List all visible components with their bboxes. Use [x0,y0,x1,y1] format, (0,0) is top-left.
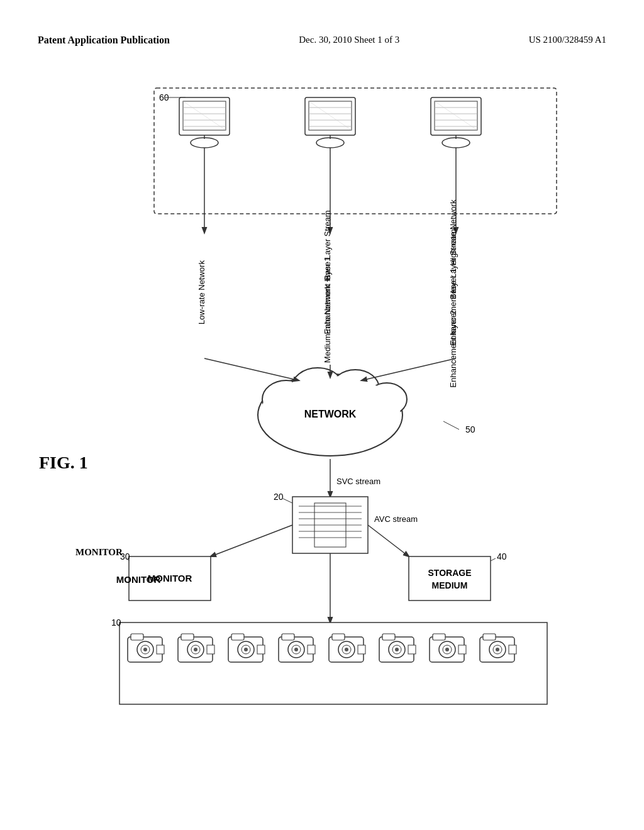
svg-point-66 [143,648,147,651]
camera-7 [430,634,466,662]
svg-rect-103 [458,645,466,654]
svg-line-51 [283,499,292,503]
svg-point-96 [395,648,399,651]
svg-rect-79 [257,645,265,654]
receiver-2 [305,97,355,148]
svg-rect-105 [483,634,496,640]
svg-rect-67 [157,645,164,654]
network-cloud: NETWORK [258,368,407,456]
date-sheet-label: Dec. 30, 2010 Sheet 1 of 3 [299,35,399,46]
svg-point-9 [191,138,218,148]
camera-4 [279,634,315,662]
svg-rect-73 [207,645,214,654]
svg-point-90 [345,648,348,651]
svg-point-84 [294,648,298,651]
svg-rect-109 [509,645,516,654]
svg-line-57 [491,558,496,561]
patent-diagram: 60 [60,82,601,799]
svg-rect-97 [408,645,416,654]
svg-point-78 [244,648,248,651]
camera-1 [128,634,164,662]
svg-rect-99 [433,634,445,640]
avc-stream-label: AVC stream [374,514,418,524]
monitor-box-label: MONITOR [75,547,123,558]
col1-label2: Low-rate Network [197,260,206,324]
svg-line-53 [368,525,409,556]
camera-8 [480,634,516,662]
page-header: Patent Application Publication Dec. 30, … [0,35,644,46]
svg-rect-11 [305,97,355,135]
camera-2 [178,634,214,662]
svg-text:MONITOR: MONITOR [148,573,192,584]
svg-rect-81 [282,634,294,640]
svg-line-39 [204,358,299,380]
receiver-1 [179,97,230,148]
patent-number-label: US 2100/328459 A1 [529,35,606,46]
svg-rect-91 [358,645,365,654]
svg-point-27 [442,138,470,148]
svg-point-72 [194,648,197,651]
receiver-3 [431,97,481,148]
ref-20: 20 [274,492,284,502]
ref-50: 50 [465,424,475,434]
svg-rect-63 [131,634,143,640]
col2-label3: Medium-rate Network [323,284,332,363]
svg-point-18 [316,138,344,148]
ref-10: 10 [111,617,121,628]
svg-rect-87 [332,634,345,640]
camera-6 [379,634,416,662]
svg-line-41 [362,358,456,380]
svg-rect-69 [181,634,194,640]
svg-rect-20 [431,97,481,135]
svc-stream-label: SVC stream [336,477,380,486]
ref-40: 40 [497,551,507,562]
storage-text1: STORAGE [428,568,472,578]
svg-rect-75 [231,634,244,640]
svg-point-108 [496,648,499,651]
camera-3 [228,634,265,662]
camera-5 [329,634,365,662]
svg-rect-2 [179,97,230,135]
col3-label4: Enhancement layer 2 [448,311,458,388]
svg-rect-85 [308,645,315,654]
publication-label: Patent Application Publication [38,35,170,46]
storage-text2: MEDIUM [432,580,468,590]
svg-point-102 [445,648,449,651]
network-label: NETWORK [304,409,357,419]
svg-rect-56 [409,556,491,600]
svg-line-52 [211,525,292,556]
svg-rect-93 [382,634,395,640]
svg-line-38 [443,421,459,429]
